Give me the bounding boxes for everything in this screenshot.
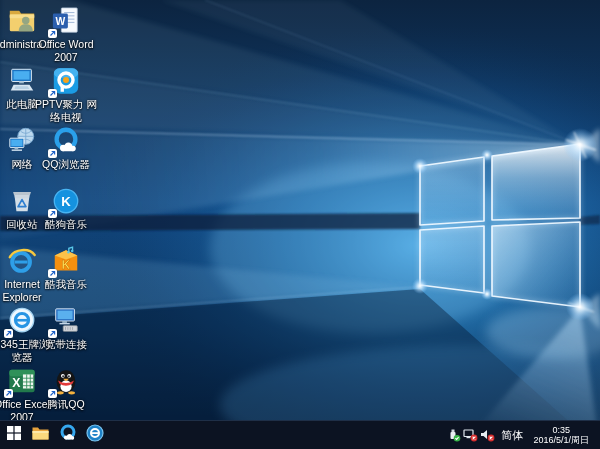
desktop-icon-label: PPTV聚力 网络电视 <box>35 98 97 123</box>
desktop-icon-label: QQ浏览器 <box>35 158 97 171</box>
network-icon <box>6 126 38 157</box>
usb-safely-remove-icon[interactable] <box>445 421 462 449</box>
desktop-icon-kuwo[interactable]: K 酷我音乐 <box>35 242 97 291</box>
svg-text:K: K <box>61 194 71 209</box>
browser-2345-icon <box>6 306 38 337</box>
taskbar: 简体 0:35 2016/5/1/周日 <box>0 420 600 449</box>
word-icon: W <box>50 6 82 37</box>
clock-date: 2016/5/1/周日 <box>533 435 589 446</box>
desktop-icon-label: 酷狗音乐 <box>35 218 97 231</box>
start-button[interactable] <box>0 421 27 449</box>
taskbar-file-explorer-button[interactable] <box>27 421 54 449</box>
kugou-music-icon: K <box>50 186 82 217</box>
shortcut-arrow-icon <box>48 29 57 38</box>
file-explorer-icon <box>32 426 49 445</box>
shortcut-arrow-icon <box>48 209 57 218</box>
taskbar-empty-area <box>108 421 445 449</box>
qq-browser-icon <box>50 126 82 157</box>
e-browser-taskbar-icon <box>86 424 104 446</box>
taskbar-e-browser-button[interactable] <box>81 421 108 449</box>
svg-text:K: K <box>62 258 71 272</box>
windows-start-icon <box>7 426 21 444</box>
tencent-qq-icon <box>50 366 82 397</box>
broadband-connection-icon <box>50 306 82 337</box>
qq-browser-taskbar-icon <box>59 424 77 446</box>
svg-text:W: W <box>56 16 66 27</box>
desktop-icon-office-word[interactable]: W Office Word 2007 <box>35 2 97 63</box>
desktop-icon-kugou[interactable]: K 酷狗音乐 <box>35 182 97 231</box>
shortcut-arrow-icon <box>48 269 57 278</box>
desktop-icon-label: 宽带连接 <box>35 338 97 351</box>
desktop-icon-label: 酷我音乐 <box>35 278 97 291</box>
internet-explorer-icon <box>6 246 38 277</box>
desktop-icon-broadband[interactable]: 宽带连接 <box>35 302 97 351</box>
shortcut-arrow-icon <box>48 149 57 158</box>
shortcut-arrow-icon <box>48 389 57 398</box>
shortcut-arrow-icon <box>48 329 57 338</box>
desktop-icon-tencent-qq[interactable]: 腾讯QQ <box>35 362 97 411</box>
this-pc-icon <box>6 66 38 97</box>
taskbar-clock[interactable]: 0:35 2016/5/1/周日 <box>528 425 594 446</box>
svg-text:X: X <box>12 376 21 390</box>
shortcut-arrow-icon <box>4 389 13 398</box>
user-folder-icon <box>6 6 38 37</box>
system-tray: 简体 0:35 2016/5/1/周日 <box>445 421 600 449</box>
desktop-icon-label: Office Word 2007 <box>35 38 97 63</box>
excel-icon: X <box>6 366 38 397</box>
kuwo-music-icon: K <box>50 246 82 277</box>
shortcut-arrow-icon <box>4 329 13 338</box>
network-disconnected-icon[interactable] <box>462 421 479 449</box>
input-method-indicator[interactable]: 简体 <box>496 421 528 449</box>
desktop-icon-qq-browser[interactable]: QQ浏览器 <box>35 122 97 171</box>
volume-muted-icon[interactable] <box>479 421 496 449</box>
recycle-bin-icon <box>6 186 38 217</box>
shortcut-arrow-icon <box>48 89 57 98</box>
pptv-icon <box>50 66 82 97</box>
desktop-icon-label: 腾讯QQ <box>35 398 97 411</box>
desktop-icon-pptv[interactable]: PPTV聚力 网络电视 <box>35 62 97 123</box>
taskbar-qq-browser-button[interactable] <box>54 421 81 449</box>
clock-time: 0:35 <box>533 425 589 436</box>
